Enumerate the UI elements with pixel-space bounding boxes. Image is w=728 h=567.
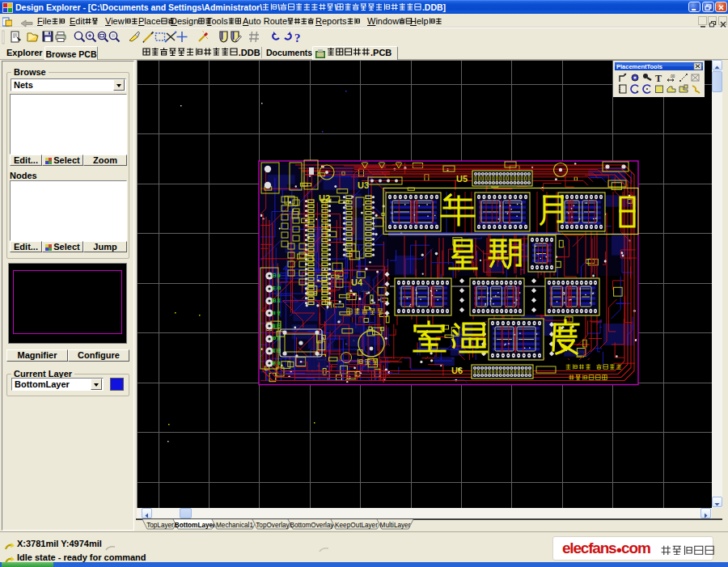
svg-text:TopOverlay: TopOverlay xyxy=(256,522,290,529)
svg-text:T: T xyxy=(655,73,662,84)
svg-text:U6: U6 xyxy=(451,366,463,375)
svg-text:BottomLayer: BottomLayer xyxy=(175,522,216,529)
svg-text:U4: U4 xyxy=(351,277,363,287)
svg-text:MultiLayer: MultiLayer xyxy=(380,522,411,529)
svg-text:?: ? xyxy=(294,32,301,44)
svg-text:U2: U2 xyxy=(319,193,330,203)
svg-text:Mechanical1: Mechanical1 xyxy=(216,522,253,529)
svg-text:BottomOverlay: BottomOverlay xyxy=(290,522,334,529)
svg-text:.00: .00 xyxy=(670,74,675,78)
svg-text:TopLayer: TopLayer xyxy=(146,522,174,529)
svg-text:PlacementTools: PlacementTools xyxy=(616,63,662,70)
svg-text:KeepOutLayer: KeepOutLayer xyxy=(335,522,378,529)
svg-text:U5: U5 xyxy=(456,174,468,184)
svg-text:U3: U3 xyxy=(358,180,369,190)
